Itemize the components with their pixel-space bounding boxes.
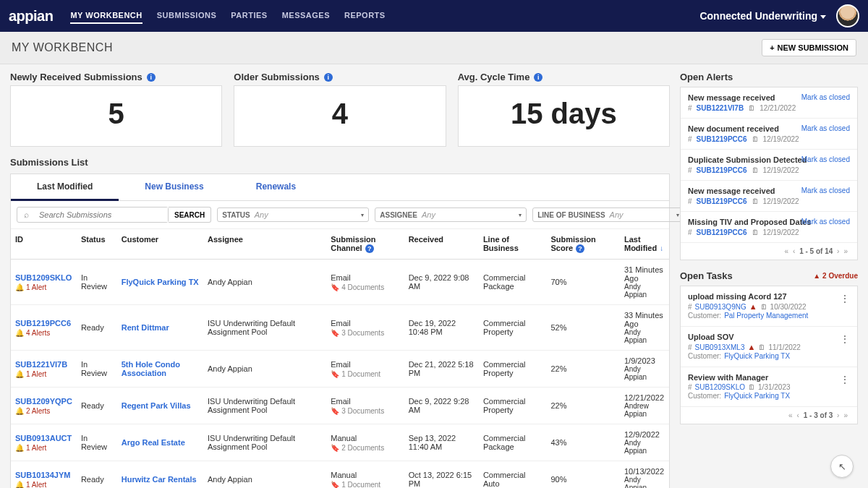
task-submission-link[interactable]: SUB0913XML3 [695,343,745,351]
info-icon[interactable]: i [324,73,333,82]
pager-prev-icon[interactable]: ‹ [797,411,799,419]
table-row[interactable]: SUB1209YQPC🔔2 Alerts Ready Regent Park V… [11,388,669,424]
submission-id-link[interactable]: SUB1219PCC6 [15,319,72,328]
mark-closed-link[interactable]: Mark as closed [801,155,850,163]
column-header[interactable]: Line of Business [479,229,547,260]
pager-first-icon[interactable]: « [784,247,788,255]
pager-prev-icon[interactable]: ‹ [793,247,795,255]
pager-last-icon[interactable]: » [843,247,848,255]
task-item: ⋮ Upload SOV #SUB0913XML3 ▲ 🗓11/1/2022 C… [681,327,857,367]
table-row[interactable]: SUB10134JYM🔔1 Alert Ready Hurwitz Car Re… [11,461,669,489]
column-header[interactable]: Last Modified↓ [620,229,669,260]
modified-cell: 12/21/2022 [624,393,665,402]
column-header[interactable]: ID [11,229,77,260]
alert-submission-link[interactable]: SUB1219PCC6 [697,166,747,174]
nav-item[interactable]: REPORTS [344,8,386,24]
table-row[interactable]: SUB0913AUCT🔔1 Alert In Review Argo Real … [11,424,669,461]
submission-id-link[interactable]: SUB1209SKLO [15,273,72,282]
filter-row: ⌕ SEARCH STATUSAny▾ ASSIGNEEAny▾ LINE OF… [11,201,669,229]
new-submission-button[interactable]: +NEW SUBMISSION [762,39,856,56]
info-icon[interactable]: ? [576,244,584,253]
submissions-list-title: Submissions List [10,157,670,168]
modified-by: Andy Appian [624,476,665,488]
info-icon[interactable]: i [534,73,542,82]
nav-item[interactable]: SUBMISSIONS [157,8,217,24]
lob-filter[interactable]: LINE OF BUSINESSAny▾ [532,207,684,222]
tab[interactable]: Renewals [230,174,322,200]
received-cell: Dec 9, 2022 9:28 AM [404,388,479,424]
alert-submission-link[interactable]: SUB1221VI7B [697,104,744,112]
table-row[interactable]: SUB1219PCC6🔔4 Alerts Ready Rent Dittmar … [11,305,669,351]
submission-id-link[interactable]: SUB0913AUCT [15,434,72,442]
customer-link[interactable]: FlyQuick Parking TX [122,278,199,286]
column-header[interactable]: Submission Channel? [326,229,404,260]
table-row[interactable]: SUB1209SKLO🔔1 Alert In Review FlyQuick P… [11,260,669,305]
tab[interactable]: New Business [119,174,229,200]
alert-submission-link[interactable]: SUB1219PCC6 [697,197,747,205]
column-header[interactable]: Assignee [203,229,326,260]
caret-down-icon: ▾ [519,212,522,218]
nav-item[interactable]: MESSAGES [282,8,330,24]
pager-first-icon[interactable]: « [788,411,793,419]
received-cell: Dec 21, 2022 5:18 PM [404,351,479,388]
warning-icon: ▲ [749,302,757,311]
table-row[interactable]: SUB1221VI7B🔔1 Alert In Review 5th Hole C… [11,351,669,388]
tab[interactable]: Last Modified [11,174,119,201]
submissions-card: Last ModifiedNew BusinessRenewals ⌕ SEAR… [10,174,670,488]
search-input[interactable] [35,207,168,222]
score-cell: 22% [546,388,620,424]
alert-submission-link[interactable]: SUB1219PCC6 [697,228,747,236]
kebab-menu-icon[interactable]: ⋮ [840,374,850,385]
tag-icon: 🔖 [331,481,339,489]
alert-submission-link[interactable]: SUB1219PCC6 [697,135,747,143]
column-header[interactable]: Submission Score? [546,229,620,260]
column-header[interactable]: Received [404,229,479,260]
task-submission-link[interactable]: SUB0913Q9NG [695,303,746,311]
task-customer-link[interactable]: FlyQuick Parking TX [724,392,790,400]
customer-link[interactable]: Rent Dittmar [122,323,169,332]
submissions-tabs: Last ModifiedNew BusinessRenewals [11,174,669,201]
kpi-title: Older Submissions i [234,72,446,82]
customer-link[interactable]: 5th Hole Condo Association [122,360,180,377]
submission-id-link[interactable]: SUB1221VI7B [15,360,72,369]
modified-cell: 31 Minutes Ago [624,265,665,283]
alert-item: Mark as closed Duplicate Submission Dete… [681,150,857,181]
customer-link[interactable]: Regent Park Villas [122,401,191,410]
user-avatar[interactable] [836,4,859,27]
task-customer-link[interactable]: Pal Property Management [724,312,808,320]
alert-count: 🔔1 Alert [15,370,72,378]
column-header[interactable]: Status [77,229,117,260]
kebab-menu-icon[interactable]: ⋮ [840,294,850,304]
info-icon[interactable]: ? [365,244,374,253]
help-fab[interactable]: ↖ [830,455,854,478]
modified-by: Andy Appian [624,283,665,299]
customer-link[interactable]: Argo Real Estate [122,438,185,447]
alert-count: 🔔2 Alerts [15,407,72,415]
status-filter[interactable]: STATUSAny▾ [217,207,369,222]
task-customer-link[interactable]: FlyQuick Parking TX [724,352,790,360]
customer-link[interactable]: Hurwitz Car Rentals [122,475,197,484]
app-name-dropdown[interactable]: Connected Underwriting [699,10,826,22]
pager-next-icon[interactable]: › [837,247,839,255]
nav-item[interactable]: PARTIES [231,8,267,24]
mark-closed-link[interactable]: Mark as closed [801,218,850,226]
search-button[interactable]: SEARCH [169,207,211,223]
assignee-filter[interactable]: ASSIGNEEAny▾ [375,207,527,222]
lob-cell: Commercial Property [479,305,547,351]
submission-id-link[interactable]: SUB1209YQPC [15,397,72,406]
submission-id-link[interactable]: SUB10134JYM [15,471,72,479]
task-submission-link[interactable]: SUB1209SKLO [695,383,746,391]
modified-by: Andy Appian [624,328,665,344]
mark-closed-link[interactable]: Mark as closed [801,124,850,132]
nav-item[interactable]: MY WORKBENCH [70,8,142,24]
alert-date: 12/19/2022 [763,166,799,174]
mark-closed-link[interactable]: Mark as closed [801,93,850,101]
kebab-menu-icon[interactable]: ⋮ [840,334,850,344]
pager-last-icon[interactable]: » [843,411,848,419]
column-header[interactable]: Customer [117,229,203,260]
bell-icon: 🔔 [15,407,24,415]
mark-closed-link[interactable]: Mark as closed [801,187,850,194]
info-icon[interactable]: i [147,73,156,82]
pager-next-icon[interactable]: › [837,411,839,419]
documents-count: 🔖1 Document [331,370,399,378]
